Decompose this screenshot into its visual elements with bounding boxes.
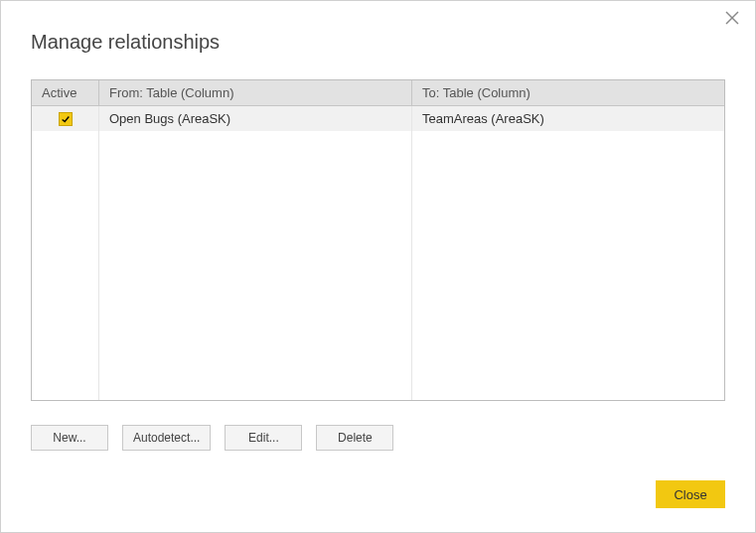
autodetect-button[interactable]: Autodetect... [122,425,211,451]
table-empty-area [32,131,724,400]
column-header-to[interactable]: To: Table (Column) [412,80,724,105]
close-icon[interactable] [725,11,741,27]
to-cell: TeamAreas (AreaSK) [412,106,724,131]
relationships-table: Active From: Table (Column) To: Table (C… [31,79,725,401]
new-button[interactable]: New... [31,425,108,451]
table-body: Open Bugs (AreaSK) TeamAreas (AreaSK) [32,106,724,400]
action-button-row: New... Autodetect... Edit... Delete [31,425,725,451]
manage-relationships-dialog: Manage relationships Active From: Table … [0,0,756,533]
table-header: Active From: Table (Column) To: Table (C… [32,80,724,106]
active-checkbox[interactable] [59,112,73,126]
close-button-row: Close [656,480,725,508]
column-header-active[interactable]: Active [32,80,99,105]
edit-button[interactable]: Edit... [225,425,302,451]
close-button[interactable]: Close [656,480,725,508]
dialog-title: Manage relationships [1,1,755,54]
table-row[interactable]: Open Bugs (AreaSK) TeamAreas (AreaSK) [32,106,724,131]
from-cell: Open Bugs (AreaSK) [99,106,412,131]
active-cell [32,106,99,131]
column-header-from[interactable]: From: Table (Column) [99,80,412,105]
delete-button[interactable]: Delete [316,425,393,451]
